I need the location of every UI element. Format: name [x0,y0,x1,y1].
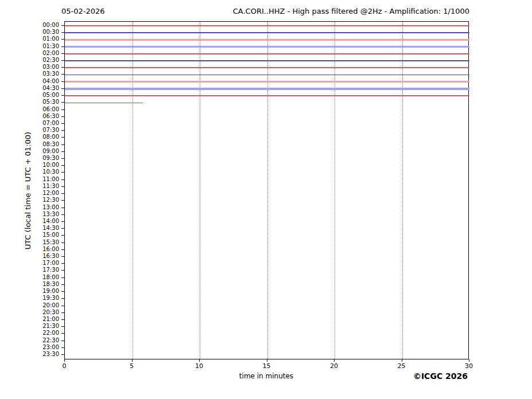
y-tick-mark [61,25,64,26]
y-tick-label-07:30: 07:30 [32,127,59,133]
date-label: 05-02-2026 [61,7,105,15]
y-tick-mark [61,53,64,54]
y-tick-label-14:00: 14:00 [32,218,59,224]
y-tick-label-10:30: 10:30 [32,169,59,175]
y-tick-mark [61,214,64,215]
y-tick-mark [61,81,64,82]
y-tick-label-23:30: 23:30 [32,351,59,357]
y-tick-mark [61,193,64,194]
x-gridline-15 [267,22,268,359]
trace-line-01:00 [65,39,469,41]
y-tick-mark [61,235,64,236]
y-tick-mark [61,249,64,250]
y-tick-label-01:30: 01:30 [32,44,59,49]
y-tick-label-06:00: 06:00 [32,107,59,112]
y-tick-mark [61,263,64,264]
y-tick-label-05:00: 05:00 [32,92,59,98]
x-gridline-5 [133,22,133,359]
y-tick-label-15:00: 15:00 [32,232,59,238]
y-tick-mark [61,144,64,145]
x-tick-mark [402,359,402,362]
y-tick-label-01:00: 01:00 [32,36,59,42]
y-tick-mark [61,123,64,124]
x-gridline-25 [402,22,403,359]
y-tick-label-00:00: 00:00 [32,22,59,28]
x-tick-label-30: 30 [457,363,480,370]
y-tick-mark [61,158,64,159]
y-tick-mark [61,306,64,306]
y-tick-label-18:00: 18:00 [32,275,59,280]
y-tick-mark [61,172,64,173]
y-tick-mark [61,291,64,292]
y-tick-label-13:00: 13:00 [32,205,59,210]
y-tick-label-02:00: 02:00 [32,50,59,56]
trace-line-05:30 [65,103,143,104]
x-tick-mark [469,359,469,362]
y-tick-label-19:00: 19:00 [32,288,59,294]
y-tick-label-11:00: 11:00 [32,177,59,182]
x-tick-label-0: 0 [53,363,76,370]
y-tick-mark [61,333,64,334]
y-tick-label-20:00: 20:00 [32,303,59,308]
x-tick-mark [132,359,133,362]
y-tick-mark [61,102,64,103]
x-gridline-10 [200,22,200,359]
x-tick-mark [267,359,267,362]
y-tick-label-23:00: 23:00 [32,345,59,350]
y-tick-mark [61,88,64,89]
y-tick-mark [61,186,64,187]
x-tick-mark [199,359,200,362]
y-tick-mark [61,270,64,271]
x-tick-label-15: 15 [255,363,278,370]
y-tick-mark [61,116,64,117]
y-tick-mark [61,319,64,320]
y-tick-mark [61,354,64,355]
y-tick-label-10:00: 10:00 [32,162,59,168]
x-tick-mark [334,359,335,362]
y-tick-label-04:30: 04:30 [32,85,59,91]
trace-line-04:30 [65,88,469,90]
copyright-credit: ©ICGC 2026 [413,371,468,381]
y-tick-mark [61,137,64,138]
y-tick-label-04:00: 04:00 [32,79,59,84]
y-tick-label-17:30: 17:30 [32,267,59,273]
y-tick-mark [61,312,64,313]
y-tick-mark [61,60,64,61]
x-tick-mark [64,359,65,362]
page-title: CA.CORI..HHZ - High pass filtered @2Hz -… [233,7,469,15]
y-tick-mark [61,46,64,47]
y-tick-mark [61,67,64,68]
y-tick-label-18:30: 18:30 [32,281,59,287]
y-tick-mark [61,326,64,327]
y-tick-label-06:30: 06:30 [32,114,59,119]
trace-line-00:00 [65,25,469,26]
y-tick-label-11:30: 11:30 [32,183,59,189]
trace-line-02:30 [65,60,469,61]
y-tick-mark [61,341,64,341]
y-tick-mark [61,95,64,96]
y-tick-mark [61,109,64,110]
y-tick-label-21:30: 21:30 [32,323,59,329]
y-tick-label-05:30: 05:30 [32,99,59,105]
y-tick-label-08:30: 08:30 [32,142,59,147]
y-tick-label-03:30: 03:30 [32,71,59,77]
y-tick-label-22:30: 22:30 [32,338,59,343]
y-tick-mark [61,347,64,348]
y-tick-mark [61,298,64,299]
y-tick-label-17:00: 17:00 [32,260,59,266]
y-tick-mark [61,256,64,257]
y-tick-mark [61,228,64,229]
y-tick-mark [61,74,64,75]
x-tick-label-10: 10 [188,363,211,370]
y-tick-mark [61,165,64,166]
x-axis-label: time in minutes [180,372,352,380]
y-tick-mark [61,277,64,278]
y-tick-label-02:30: 02:30 [32,57,59,63]
y-tick-mark [61,32,64,33]
y-tick-label-13:30: 13:30 [32,212,59,217]
y-tick-label-16:00: 16:00 [32,247,59,252]
x-tick-label-5: 5 [121,363,143,370]
x-gridline-20 [335,22,335,359]
y-tick-mark [61,242,64,243]
y-tick-label-16:30: 16:30 [32,253,59,259]
